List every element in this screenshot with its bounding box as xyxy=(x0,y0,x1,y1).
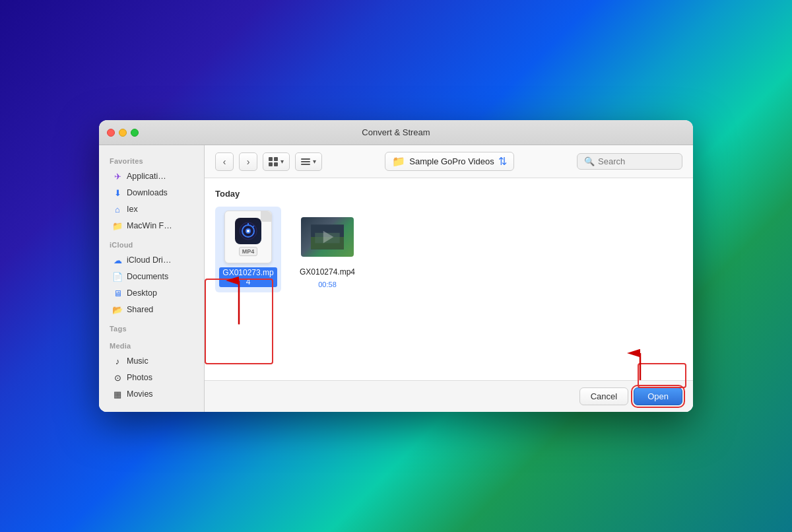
shared-label: Shared xyxy=(127,305,153,314)
file-grid: MP4 GX010273.mp4 xyxy=(215,207,682,292)
search-input[interactable] xyxy=(598,156,675,166)
icloud-drive-label: iCloud Dri… xyxy=(127,255,171,265)
video-thumbnail xyxy=(301,217,354,257)
sidebar-item-lex[interactable]: ⌂ Iex xyxy=(102,201,201,217)
applications-icon: ✈ xyxy=(112,171,123,182)
file-icon-wrapper-2 xyxy=(301,211,354,263)
icon-view-button[interactable]: ▾ xyxy=(263,152,290,171)
sidebar-item-photos[interactable]: ⊙ Photos xyxy=(102,370,201,385)
chevron-down-icon: ▾ xyxy=(280,158,284,165)
movies-icon: ▦ xyxy=(112,389,123,399)
lex-label: Iex xyxy=(127,205,138,214)
location-selector[interactable]: 📁 Sample GoPro Videos ⇅ xyxy=(385,152,513,171)
shared-icon: 📂 xyxy=(112,304,123,315)
file-name-1: GX010273.mp4 xyxy=(219,267,277,287)
desktop-label: Desktop xyxy=(127,288,157,298)
cancel-button[interactable]: Cancel xyxy=(579,387,628,405)
svg-point-3 xyxy=(247,230,249,232)
maximize-button[interactable] xyxy=(131,129,139,137)
sidebar-item-downloads[interactable]: ⬇ Downloads xyxy=(102,185,201,201)
chevron-down-icon2: ▾ xyxy=(313,158,316,165)
applications-label: Applicati… xyxy=(127,172,166,181)
sidebar-item-music[interactable]: ♪ Music xyxy=(102,353,201,369)
list-icon xyxy=(301,157,310,166)
macwin-label: MacWin F… xyxy=(127,221,172,230)
forward-button[interactable]: › xyxy=(239,152,257,171)
music-label: Music xyxy=(127,356,148,366)
location-arrows-icon: ⇅ xyxy=(498,155,507,168)
file-duration-2: 00:58 xyxy=(318,281,337,288)
search-icon: 🔍 xyxy=(584,156,595,166)
mp4-badge: MP4 xyxy=(239,247,258,256)
sidebar-item-macwin[interactable]: 📁 MacWin F… xyxy=(102,218,201,234)
downloads-icon: ⬇ xyxy=(112,187,123,198)
sidebar-item-applications[interactable]: ✈ Applicati… xyxy=(102,168,201,184)
sidebar: Favorites ✈ Applicati… ⬇ Downloads ⌂ Iex… xyxy=(99,145,205,412)
toolbar: ‹ › ▾ ▾ xyxy=(205,145,693,178)
video-preview xyxy=(311,224,344,250)
movies-label: Movies xyxy=(127,389,153,399)
documents-icon: 📄 xyxy=(112,271,123,282)
sidebar-item-movies[interactable]: ▦ Movies xyxy=(102,386,201,402)
location-text: Sample GoPro Videos xyxy=(409,156,494,166)
sidebar-item-shared[interactable]: 📂 Shared xyxy=(102,302,201,317)
icloud-label: iCloud xyxy=(99,238,204,251)
quicktime-icon xyxy=(235,218,261,244)
minimize-button[interactable] xyxy=(119,129,127,137)
desktop-icon: 🖥 xyxy=(112,288,123,298)
search-box[interactable]: 🔍 xyxy=(577,153,682,170)
video-thumb-inner xyxy=(301,217,354,257)
sidebar-item-documents[interactable]: 📄 Documents xyxy=(102,269,201,284)
sidebar-item-desktop[interactable]: 🖥 Desktop xyxy=(102,285,201,301)
mp4-file-icon: MP4 xyxy=(224,211,272,263)
title-bar: Convert & Stream xyxy=(99,120,693,145)
tags-label: Tags xyxy=(99,322,204,335)
file-item-gx010274[interactable]: GX010274.mp4 00:58 xyxy=(294,207,360,292)
folder-icon: 📁 xyxy=(112,220,123,231)
file-panel: ‹ › ▾ ▾ xyxy=(205,145,693,412)
music-icon: ♪ xyxy=(112,356,123,366)
location-bar: 📁 Sample GoPro Videos ⇅ xyxy=(327,152,572,171)
window-title: Convert & Stream xyxy=(362,127,430,137)
quicktime-logo xyxy=(239,222,257,240)
open-button[interactable]: Open xyxy=(634,387,682,405)
icloud-icon: ☁ xyxy=(112,255,123,265)
photos-label: Photos xyxy=(127,373,152,382)
section-today: Today xyxy=(215,189,682,199)
favorites-label: Favorites xyxy=(99,154,204,168)
documents-label: Documents xyxy=(127,272,168,281)
home-icon: ⌂ xyxy=(112,204,123,215)
media-label: Media xyxy=(99,339,204,352)
grid-icon xyxy=(269,157,278,166)
file-area: Today xyxy=(205,178,693,380)
list-view-button[interactable]: ▾ xyxy=(295,152,322,171)
file-icon-wrapper-1: MP4 xyxy=(222,211,275,263)
sidebar-item-icloud-drive[interactable]: ☁ iCloud Dri… xyxy=(102,252,201,268)
downloads-label: Downloads xyxy=(127,188,168,197)
back-button[interactable]: ‹ xyxy=(215,152,234,171)
file-item-gx010273[interactable]: MP4 GX010273.mp4 xyxy=(215,207,281,292)
bottom-bar: Cancel Open xyxy=(205,380,693,412)
file-name-2: GX010274.mp4 xyxy=(300,267,355,277)
traffic-lights xyxy=(107,129,139,137)
photos-icon: ⊙ xyxy=(112,372,123,383)
close-button[interactable] xyxy=(107,129,115,137)
location-folder-icon: 📁 xyxy=(392,155,405,168)
